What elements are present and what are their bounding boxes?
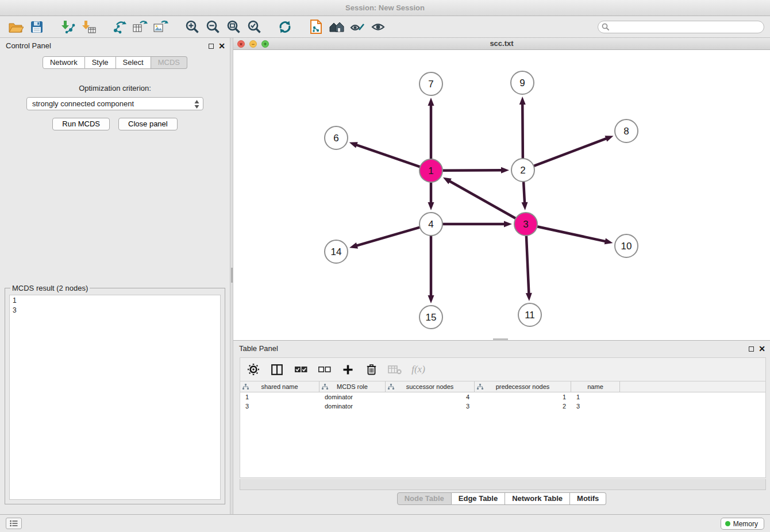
save-session-button[interactable] bbox=[26, 18, 47, 36]
network-graph[interactable]: 7968124314101511 bbox=[233, 50, 770, 341]
graph-edge-2-8[interactable] bbox=[534, 136, 614, 165]
apply-layout-button[interactable] bbox=[275, 18, 295, 36]
memory-label: Memory bbox=[733, 520, 758, 528]
column-header-name[interactable]: name bbox=[571, 381, 620, 392]
status-bar: Memory bbox=[0, 514, 770, 532]
clear-table-button[interactable] bbox=[387, 361, 402, 377]
table-panel-title: Table Panel bbox=[239, 344, 278, 353]
gear-icon bbox=[248, 364, 259, 375]
graph-edge-1-7[interactable] bbox=[428, 98, 434, 159]
criterion-select[interactable]: strongly connected component bbox=[26, 97, 203, 110]
import-table-button[interactable] bbox=[78, 18, 99, 36]
export-image-button[interactable] bbox=[151, 18, 171, 36]
window-close-button[interactable]: × bbox=[237, 40, 245, 48]
graph-edge-4-15[interactable] bbox=[428, 236, 434, 303]
graph-node-15[interactable]: 15 bbox=[419, 306, 442, 329]
table-row[interactable]: 3 dominator 3 2 3 bbox=[240, 402, 765, 411]
network-view-window: × − + scc.txt 7968124314101511 bbox=[233, 38, 770, 341]
zoom-selected-icon bbox=[247, 20, 261, 34]
graph-edge-3-11[interactable] bbox=[526, 236, 532, 301]
export-table-button[interactable] bbox=[130, 18, 151, 36]
open-file-button[interactable] bbox=[6, 18, 26, 36]
add-column-button[interactable] bbox=[340, 361, 355, 377]
import-network-button[interactable] bbox=[57, 18, 78, 36]
export-network-button[interactable] bbox=[109, 18, 130, 36]
graph-node-3[interactable]: 3 bbox=[514, 213, 537, 236]
first-neighbors-button[interactable] bbox=[326, 18, 347, 36]
save-floppy-icon bbox=[30, 21, 43, 33]
deselect-all-button[interactable] bbox=[317, 361, 332, 377]
tab-motifs[interactable]: Motifs bbox=[570, 492, 606, 505]
optimization-criterion-label: Optimization criterion: bbox=[0, 84, 230, 92]
graph-edge-1-4[interactable] bbox=[428, 183, 434, 210]
graph-node-1[interactable]: 1 bbox=[419, 159, 442, 182]
tab-network-table[interactable]: Network Table bbox=[505, 492, 570, 505]
tab-mcds[interactable]: MCDS bbox=[151, 56, 187, 69]
close-panel-icon[interactable]: ✕ bbox=[218, 42, 225, 50]
tab-edge-table[interactable]: Edge Table bbox=[452, 492, 505, 505]
memory-button[interactable]: Memory bbox=[721, 518, 764, 530]
mcds-result-list[interactable]: 1 3 bbox=[9, 295, 221, 500]
table-horizontal-scrollbar[interactable] bbox=[240, 479, 766, 490]
mcds-result-fieldset: MCDS result (2 nodes) 1 3 bbox=[5, 284, 225, 504]
graph-node-10[interactable]: 10 bbox=[615, 234, 638, 257]
graph-edge-2-9[interactable] bbox=[519, 97, 526, 158]
graph-node-7[interactable]: 7 bbox=[419, 72, 442, 95]
graph-edge-1-6[interactable] bbox=[349, 142, 419, 167]
close-table-panel-icon[interactable]: ✕ bbox=[759, 345, 765, 353]
graph-node-2[interactable]: 2 bbox=[511, 159, 534, 182]
zoom-in-button[interactable] bbox=[182, 18, 202, 36]
graph-node-6[interactable]: 6 bbox=[325, 126, 348, 149]
column-header-successor-nodes[interactable]: successor nodes bbox=[386, 381, 475, 392]
select-all-button[interactable] bbox=[293, 361, 308, 377]
graph-edge-3-10[interactable] bbox=[538, 226, 613, 244]
horizontal-splitter-handle[interactable] bbox=[493, 338, 508, 341]
network-canvas[interactable]: 7968124314101511 bbox=[233, 50, 770, 340]
column-header-mcds-role[interactable]: MCDS role bbox=[319, 381, 386, 392]
graph-node-4[interactable]: 4 bbox=[419, 213, 442, 236]
task-history-button[interactable] bbox=[6, 518, 22, 529]
table-row[interactable]: 1 dominator 4 1 1 bbox=[240, 392, 765, 402]
zoom-selected-button[interactable] bbox=[244, 18, 264, 36]
float-panel-icon[interactable] bbox=[209, 44, 214, 49]
column-type-icon bbox=[388, 384, 394, 390]
graph-edge-3-1[interactable] bbox=[443, 178, 515, 218]
graph-node-11[interactable]: 11 bbox=[518, 303, 541, 326]
graph-node-9[interactable]: 9 bbox=[511, 71, 534, 94]
run-mcds-button[interactable]: Run MCDS bbox=[52, 118, 110, 130]
zoom-out-button[interactable] bbox=[202, 18, 223, 36]
tab-select[interactable]: Select bbox=[116, 56, 151, 69]
svg-text:4: 4 bbox=[428, 219, 433, 230]
table-settings-button[interactable] bbox=[246, 361, 261, 377]
search-icon bbox=[602, 23, 610, 31]
graph-node-14[interactable]: 14 bbox=[325, 240, 348, 263]
window-maximize-button[interactable]: + bbox=[261, 40, 269, 48]
zoom-in-icon bbox=[185, 20, 199, 34]
graph-node-8[interactable]: 8 bbox=[615, 119, 638, 142]
import-table-icon bbox=[81, 20, 96, 34]
close-panel-button[interactable]: Close panel bbox=[118, 118, 178, 130]
export-network-icon bbox=[112, 20, 127, 34]
column-header-predecessor-nodes[interactable]: predecessor nodes bbox=[475, 381, 571, 392]
cell-successor-nodes: 3 bbox=[386, 402, 475, 411]
column-header-shared-name[interactable]: shared name bbox=[240, 381, 319, 392]
show-graphics-details-button[interactable] bbox=[347, 18, 368, 36]
search-input[interactable] bbox=[598, 21, 764, 33]
graph-edge-1-2[interactable] bbox=[443, 167, 509, 174]
mcds-result-value: 3 bbox=[13, 306, 217, 315]
network-from-selection-button[interactable] bbox=[306, 18, 326, 36]
zoom-fit-button[interactable] bbox=[223, 18, 244, 36]
show-columns-button[interactable] bbox=[270, 361, 284, 377]
function-builder-button[interactable]: f(x) bbox=[411, 361, 426, 377]
graph-edge-4-14[interactable] bbox=[349, 228, 419, 249]
window-minimize-button[interactable]: − bbox=[249, 40, 257, 48]
network-window-title: scc.txt bbox=[490, 39, 513, 48]
delete-column-button[interactable] bbox=[364, 361, 379, 377]
graph-edge-4-3[interactable] bbox=[443, 221, 512, 228]
tab-style[interactable]: Style bbox=[85, 56, 116, 69]
float-table-panel-icon[interactable] bbox=[749, 346, 754, 352]
tab-node-table[interactable]: Node Table bbox=[397, 492, 452, 505]
hide-graphics-details-button[interactable] bbox=[368, 18, 388, 36]
tab-network[interactable]: Network bbox=[43, 56, 85, 69]
graph-edge-2-3[interactable] bbox=[521, 182, 528, 210]
